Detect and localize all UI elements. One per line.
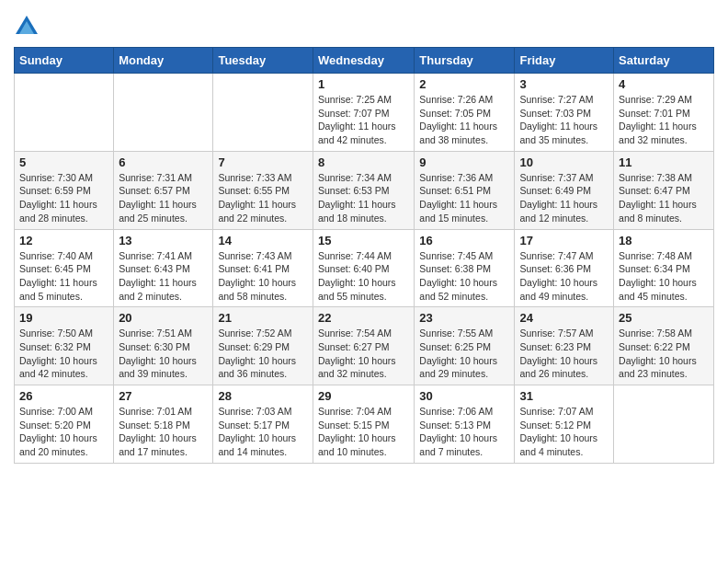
weekday-header-row: SundayMondayTuesdayWednesdayThursdayFrid… — [15, 48, 714, 74]
day-number: 3 — [519, 77, 609, 91]
day-number: 23 — [419, 311, 509, 325]
day-info: Sunrise: 7:55 AMSunset: 6:25 PMDaylight:… — [419, 327, 509, 381]
day-number: 30 — [419, 389, 509, 403]
day-info: Sunrise: 7:57 AMSunset: 6:23 PMDaylight:… — [519, 327, 609, 381]
weekday-header-monday: Monday — [114, 48, 213, 74]
week-row-2: 5Sunrise: 7:30 AMSunset: 6:59 PMDaylight… — [15, 151, 714, 229]
day-info: Sunrise: 7:47 AMSunset: 6:36 PMDaylight:… — [519, 249, 609, 304]
day-cell: 15Sunrise: 7:44 AMSunset: 6:40 PMDayligh… — [313, 229, 414, 307]
day-number: 27 — [119, 389, 208, 403]
day-number: 26 — [19, 389, 108, 403]
day-number: 24 — [519, 311, 609, 325]
day-info: Sunrise: 7:58 AMSunset: 6:22 PMDaylight:… — [619, 327, 709, 381]
day-info: Sunrise: 7:45 AMSunset: 6:38 PMDaylight:… — [419, 249, 509, 304]
day-number: 6 — [119, 155, 208, 169]
day-info: Sunrise: 7:06 AMSunset: 5:13 PMDaylight:… — [419, 405, 509, 459]
day-number: 5 — [19, 155, 108, 169]
day-cell: 18Sunrise: 7:48 AMSunset: 6:34 PMDayligh… — [614, 229, 714, 307]
day-number: 9 — [419, 155, 509, 169]
day-number: 21 — [218, 311, 308, 325]
day-number: 13 — [119, 234, 208, 247]
day-info: Sunrise: 7:37 AMSunset: 6:49 PMDaylight:… — [519, 171, 609, 225]
day-number: 25 — [619, 311, 709, 325]
day-cell: 3Sunrise: 7:27 AMSunset: 7:03 PMDaylight… — [515, 74, 614, 152]
day-cell: 5Sunrise: 7:30 AMSunset: 6:59 PMDaylight… — [15, 151, 114, 229]
day-number: 11 — [619, 155, 709, 169]
day-number: 10 — [519, 155, 609, 169]
weekday-header-saturday: Saturday — [614, 48, 714, 74]
day-cell: 11Sunrise: 7:38 AMSunset: 6:47 PMDayligh… — [614, 151, 714, 229]
day-info: Sunrise: 7:44 AMSunset: 6:40 PMDaylight:… — [318, 249, 409, 304]
day-cell: 9Sunrise: 7:36 AMSunset: 6:51 PMDaylight… — [415, 151, 515, 229]
day-cell: 4Sunrise: 7:29 AMSunset: 7:01 PMDaylight… — [614, 74, 714, 152]
day-number: 18 — [619, 234, 709, 247]
day-cell — [15, 74, 114, 152]
day-cell: 27Sunrise: 7:01 AMSunset: 5:18 PMDayligh… — [114, 385, 213, 464]
day-number: 7 — [218, 155, 308, 169]
day-cell: 31Sunrise: 7:07 AMSunset: 5:12 PMDayligh… — [515, 385, 614, 464]
logo-icon — [14, 14, 40, 40]
day-cell: 13Sunrise: 7:41 AMSunset: 6:43 PMDayligh… — [114, 229, 213, 307]
weekday-header-wednesday: Wednesday — [313, 48, 414, 74]
day-number: 22 — [318, 311, 409, 325]
day-cell: 6Sunrise: 7:31 AMSunset: 6:57 PMDaylight… — [114, 151, 213, 229]
day-info: Sunrise: 7:33 AMSunset: 6:55 PMDaylight:… — [218, 171, 308, 225]
day-cell: 21Sunrise: 7:52 AMSunset: 6:29 PMDayligh… — [213, 307, 313, 385]
day-info: Sunrise: 7:30 AMSunset: 6:59 PMDaylight:… — [19, 171, 108, 225]
day-info: Sunrise: 7:27 AMSunset: 7:03 PMDaylight:… — [519, 93, 609, 147]
header — [14, 9, 714, 40]
day-number: 14 — [218, 234, 308, 247]
day-cell: 24Sunrise: 7:57 AMSunset: 6:23 PMDayligh… — [515, 307, 614, 385]
day-info: Sunrise: 7:43 AMSunset: 6:41 PMDaylight:… — [218, 249, 308, 304]
day-cell: 30Sunrise: 7:06 AMSunset: 5:13 PMDayligh… — [415, 385, 515, 464]
day-cell: 1Sunrise: 7:25 AMSunset: 7:07 PMDaylight… — [313, 74, 414, 152]
day-number: 17 — [519, 234, 609, 247]
day-cell: 26Sunrise: 7:00 AMSunset: 5:20 PMDayligh… — [15, 385, 114, 464]
week-row-3: 12Sunrise: 7:40 AMSunset: 6:45 PMDayligh… — [15, 229, 714, 307]
week-row-5: 26Sunrise: 7:00 AMSunset: 5:20 PMDayligh… — [15, 385, 714, 464]
day-cell: 23Sunrise: 7:55 AMSunset: 6:25 PMDayligh… — [415, 307, 515, 385]
calendar: SundayMondayTuesdayWednesdayThursdayFrid… — [14, 47, 714, 464]
day-cell — [614, 385, 714, 464]
day-cell: 14Sunrise: 7:43 AMSunset: 6:41 PMDayligh… — [213, 229, 313, 307]
day-info: Sunrise: 7:26 AMSunset: 7:05 PMDaylight:… — [419, 93, 509, 147]
day-info: Sunrise: 7:03 AMSunset: 5:17 PMDaylight:… — [218, 405, 308, 459]
day-cell: 7Sunrise: 7:33 AMSunset: 6:55 PMDaylight… — [213, 151, 313, 229]
day-info: Sunrise: 7:25 AMSunset: 7:07 PMDaylight:… — [318, 93, 409, 147]
day-cell: 2Sunrise: 7:26 AMSunset: 7:05 PMDaylight… — [415, 74, 515, 152]
day-info: Sunrise: 7:29 AMSunset: 7:01 PMDaylight:… — [619, 93, 709, 147]
day-info: Sunrise: 7:34 AMSunset: 6:53 PMDaylight:… — [318, 171, 409, 225]
day-cell: 16Sunrise: 7:45 AMSunset: 6:38 PMDayligh… — [415, 229, 515, 307]
day-info: Sunrise: 7:01 AMSunset: 5:18 PMDaylight:… — [119, 405, 208, 459]
day-cell: 12Sunrise: 7:40 AMSunset: 6:45 PMDayligh… — [15, 229, 114, 307]
day-cell — [213, 74, 313, 152]
day-number: 8 — [318, 155, 409, 169]
day-info: Sunrise: 7:40 AMSunset: 6:45 PMDaylight:… — [19, 249, 108, 304]
page: SundayMondayTuesdayWednesdayThursdayFrid… — [0, 0, 728, 563]
day-cell: 10Sunrise: 7:37 AMSunset: 6:49 PMDayligh… — [515, 151, 614, 229]
day-info: Sunrise: 7:38 AMSunset: 6:47 PMDaylight:… — [619, 171, 709, 225]
day-cell: 20Sunrise: 7:51 AMSunset: 6:30 PMDayligh… — [114, 307, 213, 385]
weekday-header-thursday: Thursday — [415, 48, 515, 74]
day-info: Sunrise: 7:31 AMSunset: 6:57 PMDaylight:… — [119, 171, 208, 225]
day-cell: 19Sunrise: 7:50 AMSunset: 6:32 PMDayligh… — [15, 307, 114, 385]
day-cell: 25Sunrise: 7:58 AMSunset: 6:22 PMDayligh… — [614, 307, 714, 385]
week-row-1: 1Sunrise: 7:25 AMSunset: 7:07 PMDaylight… — [15, 74, 714, 152]
day-number: 12 — [19, 234, 108, 247]
day-cell: 8Sunrise: 7:34 AMSunset: 6:53 PMDaylight… — [313, 151, 414, 229]
day-info: Sunrise: 7:41 AMSunset: 6:43 PMDaylight:… — [119, 249, 208, 304]
weekday-header-friday: Friday — [515, 48, 614, 74]
day-number: 1 — [318, 77, 409, 91]
weekday-header-tuesday: Tuesday — [213, 48, 313, 74]
day-number: 20 — [119, 311, 208, 325]
day-info: Sunrise: 7:51 AMSunset: 6:30 PMDaylight:… — [119, 327, 208, 381]
day-cell: 28Sunrise: 7:03 AMSunset: 5:17 PMDayligh… — [213, 385, 313, 464]
logo — [14, 14, 43, 40]
day-cell: 22Sunrise: 7:54 AMSunset: 6:27 PMDayligh… — [313, 307, 414, 385]
week-row-4: 19Sunrise: 7:50 AMSunset: 6:32 PMDayligh… — [15, 307, 714, 385]
day-number: 16 — [419, 234, 509, 247]
day-cell: 17Sunrise: 7:47 AMSunset: 6:36 PMDayligh… — [515, 229, 614, 307]
day-number: 31 — [519, 389, 609, 403]
day-number: 28 — [218, 389, 308, 403]
day-number: 19 — [19, 311, 108, 325]
